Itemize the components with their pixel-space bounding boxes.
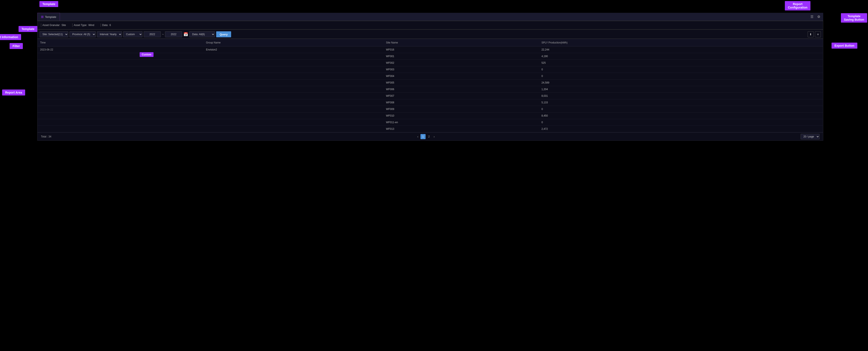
cell-value: 0: [539, 66, 823, 73]
annotation-custom: Custom: [140, 52, 154, 57]
cell-value: 0: [539, 73, 823, 79]
page-size-select[interactable]: 20 / page: [801, 134, 819, 139]
cell-site: WF016: [383, 46, 539, 53]
table-body: 2023-06-22 Envision2 WF016 22,244 WF001 …: [37, 46, 823, 133]
col-site: Site Name: [383, 39, 539, 46]
prev-page-btn[interactable]: ‹: [416, 134, 420, 139]
info-sep1: [41, 24, 41, 27]
cell-group: [204, 119, 383, 126]
cell-site: WF008: [383, 99, 539, 106]
report-table-wrapper: Time Group Name Site Name SPLY Productio…: [37, 39, 823, 133]
cell-site: WF004: [383, 73, 539, 79]
cell-site: WF006: [383, 86, 539, 93]
cell-group: [204, 99, 383, 106]
asset-type-value: Wind: [89, 24, 94, 27]
cell-time: [37, 119, 204, 126]
asset-granular-info: Asset Granular: Site: [41, 24, 66, 27]
cell-time: [37, 73, 204, 79]
cell-value: 2,472: [539, 126, 823, 132]
cell-site: WF001: [383, 53, 539, 60]
cell-time: [37, 93, 204, 99]
cell-value: 24,589: [539, 79, 823, 86]
data-label: Data:: [102, 24, 108, 27]
table-row: WF011-en 0: [37, 119, 823, 126]
cell-value: 0: [539, 106, 823, 113]
cell-group: [204, 93, 383, 99]
cell-time: [37, 66, 204, 73]
data-info: Data: 6: [101, 24, 111, 27]
province-select[interactable]: Province: All (5): [69, 31, 96, 37]
tilde-separator: ~: [162, 33, 164, 36]
cell-group: [204, 53, 383, 60]
site-select[interactable]: Site: Selected(11): [40, 31, 68, 37]
annotation-template-save: TemplateSaving Button: [841, 13, 867, 23]
annotation-export: Export Button: [832, 43, 857, 49]
annotation-report-info: Report Information: [0, 34, 21, 40]
cell-site: WF002: [383, 60, 539, 66]
annotation-filter: Filter: [9, 43, 23, 49]
cell-site: WF011-en: [383, 119, 539, 126]
table-row: WF007 8,031: [37, 93, 823, 99]
template-tab[interactable]: ⊞ Template: [37, 13, 60, 21]
table-row: WF005 24,589: [37, 79, 823, 86]
cell-site: WF010: [383, 113, 539, 119]
cell-site: WF005: [383, 79, 539, 86]
custom-select[interactable]: Custom: [123, 31, 143, 37]
cell-value: 8,031: [539, 93, 823, 99]
settings-btn[interactable]: ⚙: [816, 14, 821, 20]
cell-group: [204, 73, 383, 79]
data-select[interactable]: Data: All(6): [189, 31, 215, 37]
query-button[interactable]: Query: [216, 31, 231, 37]
filter-bar: Site: Selected(11) Province: All (5) Int…: [37, 29, 823, 39]
table-row: WF009 0: [37, 106, 823, 113]
annotation-template-tab: Template: [19, 26, 37, 32]
asset-type-info: Asset Type: Wind: [72, 24, 94, 27]
annotation-report-area: Report Area: [2, 90, 25, 95]
page-1-btn[interactable]: 1: [421, 134, 426, 139]
cell-time: [37, 79, 204, 86]
template-tab-icon: ⊞: [41, 15, 44, 19]
cell-group: Envision2: [204, 46, 383, 53]
cell-value: 4,190: [539, 53, 823, 60]
annotation-template-top: Template: [39, 1, 58, 7]
year-to-input[interactable]: [165, 31, 182, 37]
total-label: Total : 34: [41, 135, 51, 138]
cell-time: [37, 99, 204, 106]
cell-time: [37, 53, 204, 60]
template-tab-label: Template: [45, 15, 56, 19]
cell-group: [204, 106, 383, 113]
calendar-icon[interactable]: 📅: [183, 32, 188, 37]
cell-site: WF007: [383, 93, 539, 99]
cell-time: 2023-06-22: [37, 46, 204, 53]
annotation-report-config: ReportConfiguration: [785, 1, 810, 10]
cell-time: [37, 113, 204, 119]
cell-group: [204, 126, 383, 132]
cell-group: [204, 66, 383, 73]
table-row: WF006 1,204: [37, 86, 823, 93]
col-group: Group Name: [204, 39, 383, 46]
cell-value: 1,204: [539, 86, 823, 93]
year-from-input[interactable]: [144, 31, 161, 37]
list-view-btn[interactable]: ☰: [810, 14, 814, 20]
table-row: WF002 525: [37, 60, 823, 66]
cell-time: [37, 60, 204, 66]
filter-options-btn[interactable]: ≡: [815, 31, 821, 37]
cell-time: [37, 106, 204, 113]
table-row: WF013 2,472: [37, 126, 823, 132]
table-row: 2023-06-22 Envision2 WF016 22,244: [37, 46, 823, 53]
page-2-btn[interactable]: 2: [427, 134, 432, 139]
next-page-btn[interactable]: ›: [432, 134, 436, 139]
table-row: WF001 4,190: [37, 53, 823, 60]
interval-select[interactable]: Interval: Yearly: [97, 31, 122, 37]
cell-value: 525: [539, 60, 823, 66]
data-value: 6: [110, 24, 111, 27]
cell-value: 0: [539, 119, 823, 126]
cell-value: 22,244: [539, 46, 823, 53]
cell-group: [204, 86, 383, 93]
col-time: Time: [37, 39, 204, 46]
download-btn[interactable]: ⬇: [808, 31, 814, 37]
table-row: WF008 5,133: [37, 99, 823, 106]
cell-time: [37, 126, 204, 132]
cell-value: 5,133: [539, 99, 823, 106]
asset-granular-label: Asset Granular:: [42, 24, 60, 27]
